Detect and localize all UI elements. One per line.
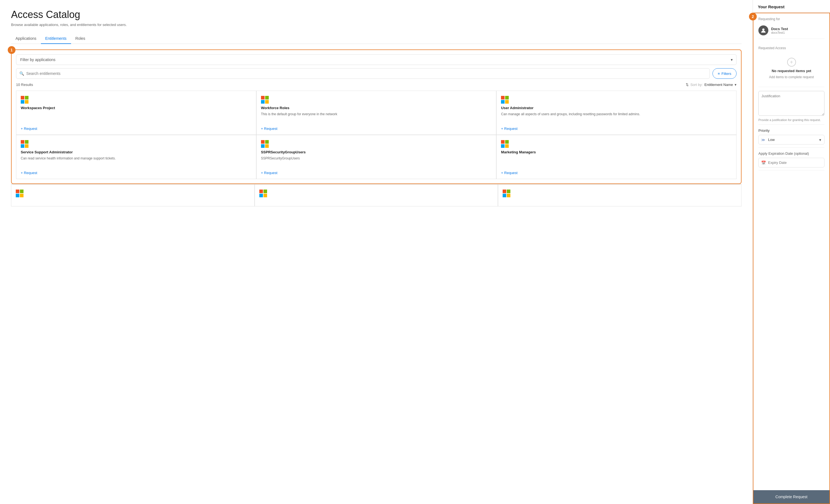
ms-icon-b0	[16, 190, 24, 197]
ms-icon-b1	[259, 190, 267, 197]
right-panel: 2 Your Request Requesting for Docs Test …	[753, 0, 830, 504]
filter-lines-icon: ≡	[718, 72, 720, 76]
avatar	[758, 26, 768, 35]
bottom-card-1	[255, 184, 498, 206]
justification-hint: Provide a justification for granting thi…	[758, 118, 825, 122]
filters-button[interactable]: ≡ Filters	[712, 68, 737, 79]
card-desc-3: Can read service health information and …	[21, 157, 252, 166]
card-desc-4: SSPRSecurityGroupUsers	[261, 157, 492, 166]
ms-icon-3	[21, 140, 29, 148]
card-title-4: SSPRSecurityGroupUsers	[261, 150, 492, 154]
search-entitlements-input[interactable]	[16, 68, 710, 79]
empty-access-sub: Add items to complete request	[769, 75, 814, 79]
page-subtitle: Browse available applications, roles, an…	[11, 23, 741, 27]
svg-point-0	[762, 29, 764, 31]
ms-icon-1	[261, 96, 269, 104]
search-input-wrapper: 🔍	[16, 68, 710, 79]
ms-icon-0	[21, 96, 29, 104]
catalog-card-0: Workspaces Project + Request	[16, 91, 256, 135]
card-desc-1: This is the default group for everyone i…	[261, 112, 492, 122]
results-count: 10 Results	[16, 82, 33, 87]
ms-icon-5	[501, 140, 509, 148]
tab-roles[interactable]: Roles	[71, 33, 90, 44]
card-title-3: Service Support Administrator	[21, 150, 252, 154]
results-row: 10 Results ⇅ Sort by: Entitlement Name ▾	[16, 82, 737, 87]
card-title-2: User Administrator	[501, 106, 732, 110]
priority-label: Priority	[758, 129, 825, 133]
catalog-grid: Workspaces Project + Request Workforce R…	[16, 91, 737, 179]
empty-access-title: No requested items yet	[772, 69, 811, 73]
justification-textarea[interactable]	[758, 91, 825, 116]
ms-icon-4	[261, 140, 269, 148]
request-link-5[interactable]: + Request	[501, 171, 732, 175]
search-area: 1 Filter by applications 🔍 ≡ Filters	[11, 49, 741, 184]
ms-icon-b2	[503, 190, 510, 197]
add-item-icon[interactable]: +	[787, 58, 796, 67]
expiry-label: Apply Expiration Date (optional)	[758, 152, 825, 156]
requesting-for-label: Requesting for	[758, 17, 825, 21]
sort-icon: ⇅	[686, 82, 689, 87]
bottom-card-2	[498, 184, 741, 206]
request-link-2[interactable]: + Request	[501, 127, 732, 131]
expiry-date-input[interactable]	[758, 158, 825, 167]
catalog-card-1: Workforce Roles This is the default grou…	[256, 91, 497, 135]
user-info: Docs Test docsTest1	[758, 23, 825, 39]
catalog-card-2: User Administrator Can manage all aspect…	[496, 91, 737, 135]
step-badge-2: 2	[749, 13, 757, 21]
user-details: Docs Test docsTest1	[771, 27, 788, 34]
catalog-card-4: SSPRSecurityGroupUsers SSPRSecurityGroup…	[256, 135, 497, 179]
sort-value: Entitlement Name	[704, 82, 733, 87]
step-badge-1: 1	[8, 46, 15, 54]
request-link-4[interactable]: + Request	[261, 171, 492, 175]
tabs-bar: Applications Entitlements Roles	[11, 33, 741, 44]
catalog-card-3: Service Support Administrator Can read s…	[16, 135, 256, 179]
user-name: Docs Test	[771, 27, 788, 31]
sort-label: Sort by:	[691, 82, 703, 87]
search-icon: 🔍	[19, 71, 24, 76]
priority-select-wrapper: ≫ Low Medium High	[758, 135, 825, 144]
panel-body: Requesting for Docs Test docsTest1	[754, 13, 829, 490]
card-title-0: Workspaces Project	[21, 106, 252, 110]
calendar-icon: 📅	[761, 161, 766, 165]
requested-access-section: Requested Access + No requested items ye…	[758, 39, 825, 87]
ms-icon-2	[501, 96, 509, 104]
empty-access: + No requested items yet Add items to co…	[758, 52, 825, 83]
card-desc-0	[21, 112, 252, 122]
panel-outer: Requesting for Docs Test docsTest1	[753, 13, 830, 504]
catalog-card-5: Marketing Managers + Request	[496, 135, 737, 179]
card-desc-2: Can manage all aspects of users and grou…	[501, 112, 732, 122]
card-title-5: Marketing Managers	[501, 150, 732, 154]
bottom-cards	[11, 184, 741, 206]
priority-icon: ≫	[761, 138, 765, 142]
expiry-input-wrapper: 📅	[758, 158, 825, 167]
justification-section: Provide a justification for granting thi…	[758, 87, 825, 125]
priority-section: Priority ≫ Low Medium High	[758, 125, 825, 147]
filter-dropdown-wrapper: Filter by applications	[16, 55, 737, 65]
search-row: 🔍 ≡ Filters	[16, 68, 737, 79]
priority-select[interactable]: Low Medium High	[758, 135, 825, 144]
sort-chevron-icon: ▾	[735, 82, 737, 87]
tab-applications[interactable]: Applications	[11, 33, 41, 44]
card-desc-5	[501, 157, 732, 166]
page-title: Access Catalog	[11, 9, 741, 21]
sort-by[interactable]: ⇅ Sort by: Entitlement Name ▾	[686, 82, 737, 87]
bottom-card-0	[11, 184, 255, 206]
card-title-1: Workforce Roles	[261, 106, 492, 110]
panel-header: Your Request	[753, 0, 830, 13]
tab-entitlements[interactable]: Entitlements	[41, 33, 71, 44]
requested-access-label: Requested Access	[758, 46, 825, 50]
user-sub: docsTest1	[771, 31, 788, 34]
request-link-0[interactable]: + Request	[21, 127, 252, 131]
filter-applications-select[interactable]: Filter by applications	[16, 55, 737, 65]
request-link-1[interactable]: + Request	[261, 127, 492, 131]
complete-request-button[interactable]: Complete Request	[754, 490, 829, 503]
request-link-3[interactable]: + Request	[21, 171, 252, 175]
expiry-section: Apply Expiration Date (optional) 📅	[758, 147, 825, 170]
